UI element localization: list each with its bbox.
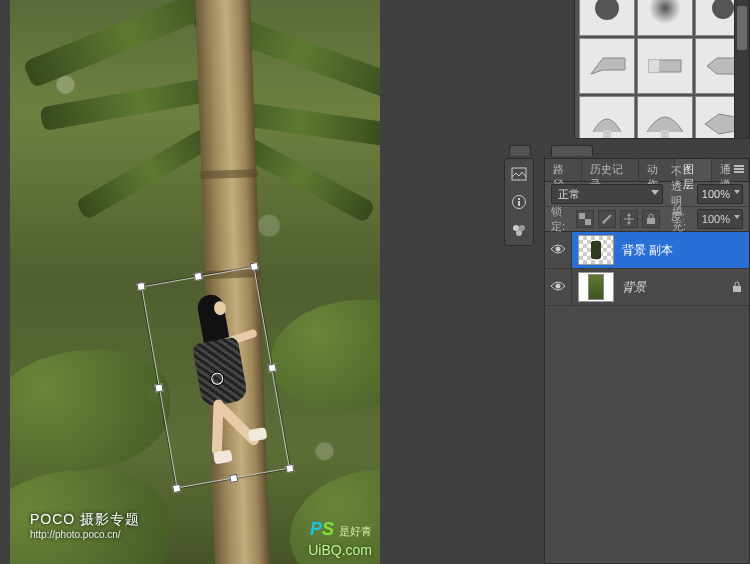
transform-handle-ml[interactable] xyxy=(154,383,163,392)
tab-history[interactable]: 历史记录 xyxy=(582,159,639,181)
layer-row[interactable]: 背景 副本 xyxy=(545,232,749,269)
brush-preset-chisel[interactable] xyxy=(579,38,635,94)
lock-fill-row: 锁定: 填充: 100% xyxy=(545,207,749,232)
vertical-mini-toolbar xyxy=(504,158,534,246)
svg-point-14 xyxy=(513,225,519,231)
app-root: POCO 摄影专题 http://photo.poco.cn/ PS 是好青 U… xyxy=(0,0,750,564)
layer-thumbnail[interactable] xyxy=(578,272,614,302)
brush-presets-grid xyxy=(575,0,749,139)
transform-handle-tl[interactable] xyxy=(136,282,145,291)
canvas-area: POCO 摄影专题 http://photo.poco.cn/ PS 是好青 U… xyxy=(0,0,450,564)
transform-handle-tr[interactable] xyxy=(250,262,259,271)
layers-panel: 路径 历史记录 动作 图层 通道 正常 不透明度: 100% 锁定: xyxy=(544,158,750,564)
watermark-poco: POCO 摄影专题 http://photo.poco.cn/ xyxy=(30,511,140,540)
svg-point-1 xyxy=(649,0,681,24)
brush-panel-scrollbar-thumb[interactable] xyxy=(737,6,747,50)
svg-point-15 xyxy=(519,225,525,231)
brush-presets-panel xyxy=(574,0,750,139)
brush-preset-flat[interactable] xyxy=(637,38,693,94)
layers-empty-area xyxy=(545,306,749,563)
layer-lock-indicator xyxy=(725,281,749,293)
opacity-input[interactable]: 100% xyxy=(697,184,743,204)
watermark-ps-p: P xyxy=(310,519,322,539)
blend-opacity-row: 正常 不透明度: 100% xyxy=(545,182,749,207)
svg-rect-5 xyxy=(649,60,659,72)
fill-value: 100% xyxy=(702,213,730,225)
svg-point-2 xyxy=(712,0,734,19)
layer-visibility-toggle[interactable] xyxy=(545,269,572,305)
watermark-site: UiBQ.com xyxy=(308,542,372,558)
svg-rect-25 xyxy=(733,286,741,292)
watermark-brand: POCO 摄影专题 xyxy=(30,511,140,527)
transform-handle-bl[interactable] xyxy=(172,484,181,493)
opacity-value: 100% xyxy=(702,188,730,200)
transform-handle-tm[interactable] xyxy=(193,272,202,281)
watermark-url: http://photo.poco.cn/ xyxy=(30,529,140,540)
fill-input[interactable]: 100% xyxy=(697,209,743,229)
lock-pixels-icon[interactable] xyxy=(598,210,616,228)
right-panels: 路径 历史记录 动作 图层 通道 正常 不透明度: 100% 锁定: xyxy=(450,0,750,564)
watermark-ps-logo: PS 是好青 xyxy=(310,519,372,540)
svg-point-0 xyxy=(595,0,619,20)
watermark-ps-tail: 是好青 xyxy=(339,525,372,537)
blend-mode-select[interactable]: 正常 xyxy=(551,184,663,204)
layer-visibility-toggle[interactable] xyxy=(545,232,572,268)
swatches-icon[interactable] xyxy=(508,219,530,241)
document-canvas[interactable]: POCO 摄影专题 http://photo.poco.cn/ PS 是好青 U… xyxy=(10,0,380,564)
svg-point-23 xyxy=(556,247,561,252)
brush-preset-round-hard[interactable] xyxy=(579,0,635,36)
lock-all-icon[interactable] xyxy=(642,210,660,228)
chevron-down-icon xyxy=(651,190,659,195)
svg-marker-20 xyxy=(627,213,631,216)
layer-thumbnail[interactable] xyxy=(578,235,614,265)
eye-icon xyxy=(550,243,566,257)
brush-preset-round-soft[interactable] xyxy=(637,0,693,36)
svg-marker-21 xyxy=(627,222,631,225)
transform-handle-mr[interactable] xyxy=(267,363,276,372)
info-icon[interactable] xyxy=(508,191,530,213)
eye-icon xyxy=(550,280,566,294)
svg-rect-8 xyxy=(661,130,669,139)
chevron-down-icon xyxy=(734,215,740,219)
brush-panel-scrollbar[interactable] xyxy=(734,0,749,138)
transform-handle-bm[interactable] xyxy=(229,474,238,483)
tab-actions[interactable]: 动作 xyxy=(639,159,676,181)
lock-transparent-icon[interactable] xyxy=(576,210,594,228)
svg-point-19 xyxy=(602,221,605,224)
lock-position-icon[interactable] xyxy=(620,210,638,228)
svg-rect-18 xyxy=(585,219,591,225)
fill-label: 填充: xyxy=(672,204,691,234)
brush-preset-wide-fan[interactable] xyxy=(637,96,693,139)
brush-preset-fan[interactable] xyxy=(579,96,635,139)
svg-rect-7 xyxy=(603,130,611,139)
svg-rect-13 xyxy=(518,198,520,200)
layer-name[interactable]: 背景 副本 xyxy=(620,242,749,259)
layer-name[interactable]: 背景 xyxy=(620,279,725,296)
chevron-down-icon xyxy=(734,190,740,194)
lock-label: 锁定: xyxy=(551,204,570,234)
panel-tabs: 路径 历史记录 动作 图层 通道 xyxy=(545,159,749,182)
tab-paths[interactable]: 路径 xyxy=(545,159,582,181)
layers-list: 背景 副本 背景 xyxy=(545,232,749,563)
svg-point-24 xyxy=(556,284,561,289)
svg-rect-17 xyxy=(579,213,585,219)
svg-marker-3 xyxy=(591,58,625,74)
transform-handle-br[interactable] xyxy=(285,464,294,473)
blend-mode-value: 正常 xyxy=(558,187,580,202)
layer-row[interactable]: 背景 xyxy=(545,269,749,306)
svg-rect-22 xyxy=(647,218,655,224)
image-preview-icon[interactable] xyxy=(508,163,530,185)
svg-point-16 xyxy=(516,230,522,236)
svg-rect-12 xyxy=(518,201,520,206)
layers-panel-menu-icon[interactable] xyxy=(732,162,746,176)
watermark-ps-s: S xyxy=(322,519,334,539)
lock-icons-group xyxy=(576,210,660,228)
